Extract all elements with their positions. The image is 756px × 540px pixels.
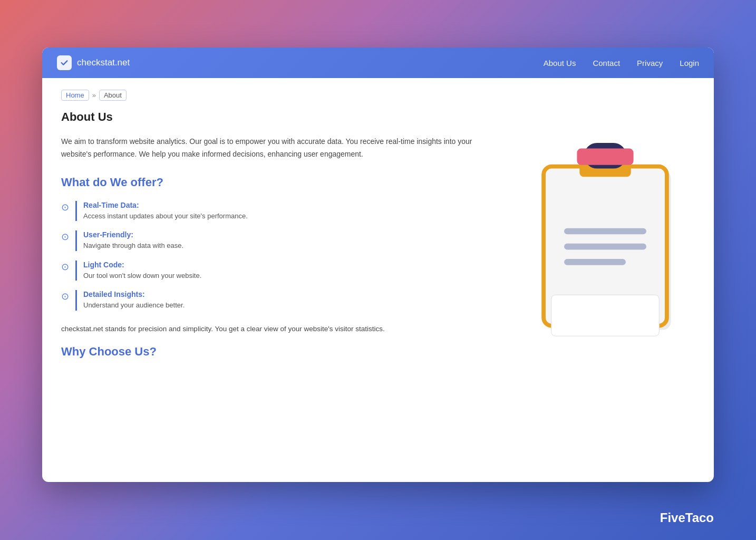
features-list: ⊙ Real-Time Data: Access instant updates… (61, 201, 500, 311)
footer-brand-five: Five (660, 510, 685, 525)
brand-name: checkstat.net (77, 57, 130, 68)
svg-rect-2 (551, 295, 660, 336)
feature-title-1: Real-Time Data: (83, 201, 248, 209)
breadcrumb: Home » About (61, 90, 695, 101)
feature-desc-3: Our tool won't slow down your website. (83, 271, 201, 281)
clipboard-illustration (526, 141, 684, 341)
svg-rect-7 (564, 244, 646, 250)
nav-links: About Us Contact Privacy Login (544, 59, 699, 68)
left-column: We aim to transform website analytics. O… (61, 136, 500, 359)
feature-content-1: Real-Time Data: Access instant updates a… (75, 201, 248, 221)
feature-content-3: Light Code: Our tool won't slow down you… (75, 261, 201, 281)
brand-icon (57, 55, 72, 70)
content-area: Home » About About Us We aim to transfor… (42, 78, 714, 482)
svg-rect-5 (577, 149, 633, 165)
what-we-offer-heading: What do We offer? (61, 176, 500, 189)
breadcrumb-home[interactable]: Home (61, 90, 89, 101)
feature-desc-2: Navigate through data with ease. (83, 240, 183, 251)
why-choose-heading: Why Choose Us? (61, 345, 500, 359)
nav-about-us[interactable]: About Us (544, 59, 576, 68)
check-circle-icon-2: ⊙ (61, 231, 69, 243)
right-column (516, 136, 695, 341)
svg-rect-8 (564, 259, 626, 265)
feature-item-insights: ⊙ Detailed Insights: Understand your aud… (61, 290, 500, 311)
feature-content-4: Detailed Insights: Understand your audie… (75, 290, 185, 311)
two-col-layout: We aim to transform website analytics. O… (61, 136, 695, 359)
breadcrumb-separator: » (92, 91, 96, 99)
feature-desc-1: Access instant updates about your site's… (83, 211, 248, 221)
breadcrumb-current: About (99, 90, 127, 101)
main-window: checkstat.net About Us Contact Privacy L… (42, 47, 714, 482)
svg-rect-6 (564, 228, 646, 235)
feature-item-lightcode: ⊙ Light Code: Our tool won't slow down y… (61, 261, 500, 281)
feature-item-userfriendly: ⊙ User-Friendly: Navigate through data w… (61, 230, 500, 251)
check-circle-icon-1: ⊙ (61, 201, 69, 213)
footer-brand-text: FiveTaco (660, 510, 714, 525)
feature-content-2: User-Friendly: Navigate through data wit… (75, 230, 183, 251)
brand: checkstat.net (57, 55, 130, 70)
footer-brand: FiveTaco (660, 510, 714, 525)
intro-text: We aim to transform website analytics. O… (61, 136, 500, 161)
nav-login[interactable]: Login (680, 59, 699, 68)
feature-item-realtime: ⊙ Real-Time Data: Access instant updates… (61, 201, 500, 221)
nav-contact[interactable]: Contact (593, 59, 620, 68)
page-title: About Us (61, 110, 695, 124)
closing-text: checkstat.net stands for precision and s… (61, 323, 500, 335)
nav-privacy[interactable]: Privacy (637, 59, 663, 68)
feature-title-3: Light Code: (83, 261, 201, 269)
navbar: checkstat.net About Us Contact Privacy L… (42, 47, 714, 78)
check-circle-icon-3: ⊙ (61, 261, 69, 273)
footer-brand-taco: Taco (685, 510, 714, 525)
feature-title-2: User-Friendly: (83, 230, 183, 239)
check-circle-icon-4: ⊙ (61, 291, 69, 302)
feature-desc-4: Understand your audience better. (83, 300, 185, 311)
feature-title-4: Detailed Insights: (83, 290, 185, 298)
